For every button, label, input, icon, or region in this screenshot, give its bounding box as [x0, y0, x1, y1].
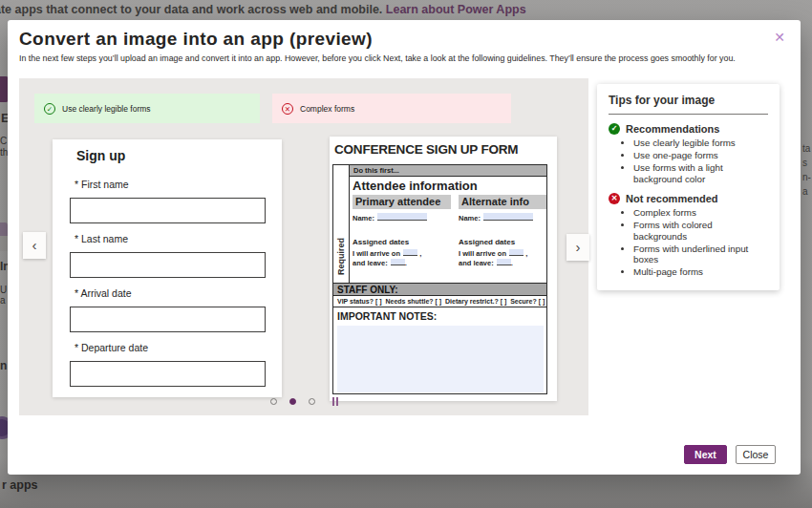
- example-field-label: * Arrival date: [75, 287, 132, 299]
- underlined-input: [403, 249, 417, 256]
- next-button[interactable]: Next: [684, 445, 727, 464]
- underlined-input: [509, 249, 524, 256]
- convert-image-dialog: Convert an image into an app (preview) ✕…: [8, 20, 801, 475]
- staff-only-banner: STAFF ONLY:: [333, 283, 546, 296]
- arrival-lines: I will arrive on , and leave:.: [459, 249, 527, 268]
- carousel-dot-3[interactable]: [309, 398, 315, 405]
- not-recommended-heading: ✕ Not recommended: [609, 193, 768, 204]
- x-circle-icon: ✕: [282, 103, 293, 115]
- close-icon[interactable]: ✕: [768, 26, 791, 49]
- required-column: Required: [333, 165, 350, 283]
- notes-textarea-area: [337, 326, 544, 392]
- tips-title: Tips for your image: [609, 94, 768, 115]
- example-input-box: [70, 361, 266, 387]
- page-title: Convert an image into an app (preview): [19, 29, 373, 50]
- tips-panel: Tips for your image ✓ Recommendations Us…: [597, 84, 780, 290]
- list-item: Use clearly legible forms: [633, 138, 768, 149]
- list-item: Forms with colored backgrounds: [633, 220, 768, 242]
- primary-attendee-header: Primary attendee: [353, 195, 451, 209]
- example-field-label: * Last name: [75, 233, 128, 244]
- example-input-box: [70, 307, 266, 332]
- assigned-dates-label: Assigned dates: [353, 238, 409, 246]
- example-field-label: * Departure date: [75, 342, 148, 353]
- dialog-description: In the next few steps you’ll upload an i…: [19, 53, 736, 63]
- carousel-dot-1[interactable]: [270, 398, 277, 405]
- examples-carousel: ✓ Use clearly legible forms ✕ Complex fo…: [19, 78, 588, 415]
- do-this-first-banner: Do this first...: [350, 165, 546, 177]
- example-form-title: Sign up: [76, 148, 125, 163]
- chevron-left-icon: ‹: [32, 237, 37, 253]
- x-circle-icon: ✕: [609, 193, 620, 204]
- underlined-input: [377, 213, 427, 221]
- recommendations-heading: ✓ Recommendations: [609, 123, 768, 135]
- good-badge-label: Use clearly legible forms: [62, 104, 151, 114]
- alternate-info-header: Alternate info: [459, 195, 546, 209]
- attendee-info-heading: Attendee information: [353, 179, 478, 193]
- underlined-input: [391, 259, 405, 265]
- close-button[interactable]: Close: [736, 445, 776, 464]
- list-item: Use forms with a light background color: [633, 162, 768, 184]
- conference-form-example: CONFERENCE SIGN UP FORM Required Do this…: [330, 137, 557, 401]
- example-form-title: CONFERENCE SIGN UP FORM: [334, 142, 518, 157]
- list-item: Use one-page forms: [633, 150, 768, 161]
- recommendations-list: Use clearly legible forms Use one-page f…: [609, 138, 768, 184]
- check-circle-icon: ✓: [609, 123, 620, 135]
- bad-example-badge: ✕ Complex forms: [272, 94, 511, 123]
- important-notes-label: IMPORTANT NOTES:: [337, 310, 437, 322]
- name-field: Name:: [353, 213, 427, 222]
- list-item: Multi-page forms: [633, 266, 768, 278]
- list-item: Forms with underlined input boxes: [633, 243, 768, 265]
- staff-checkbox-row: VIP status? [ ] Needs shuttle? [ ] Dieta…: [333, 296, 546, 307]
- arrival-lines: I will arrive on , and leave:.: [353, 249, 421, 268]
- good-example-badge: ✓ Use clearly legible forms: [34, 94, 260, 123]
- carousel-dot-2-active[interactable]: [289, 398, 296, 405]
- carousel-dots: [270, 397, 338, 406]
- underlined-input: [497, 259, 511, 265]
- not-recommended-list: Complex forms Forms with colored backgro…: [609, 207, 768, 278]
- example-field-label: * First name: [75, 179, 129, 190]
- example-input-box: [70, 198, 266, 223]
- assigned-dates-label: Assigned dates: [459, 238, 515, 246]
- bad-badge-label: Complex forms: [300, 104, 354, 114]
- chevron-right-icon: ›: [576, 239, 581, 255]
- carousel-next-button[interactable]: ›: [566, 234, 589, 261]
- signup-form-example: Sign up * First name * Last name * Arriv…: [53, 139, 282, 397]
- name-field: Name:: [459, 213, 533, 222]
- conference-form-table: Required Do this first... Attendee infor…: [332, 164, 547, 394]
- example-input-box: [70, 252, 266, 278]
- list-item: Complex forms: [633, 207, 768, 219]
- check-circle-icon: ✓: [44, 103, 55, 115]
- carousel-prev-button[interactable]: ‹: [23, 232, 46, 259]
- underlined-input: [483, 213, 533, 221]
- pause-icon[interactable]: [332, 397, 338, 406]
